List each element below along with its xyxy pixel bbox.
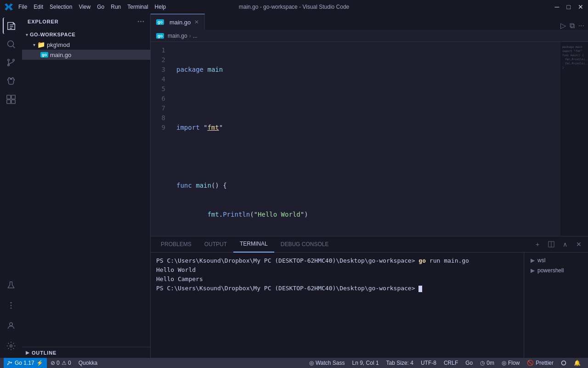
window-title: main.go - go-workspace - Visual Studio C… [239, 4, 350, 10]
test-flask-icon[interactable] [3, 277, 19, 293]
status-watch-sass[interactable]: ◎ Watch Sass [305, 358, 349, 368]
status-encoding[interactable]: UTF-8 [417, 358, 440, 368]
flow-icon: ◎ [502, 360, 506, 366]
more-actions-button[interactable]: ··· [578, 22, 584, 30]
chevron-right-icon: ▶ [26, 350, 30, 355]
explorer-label: Explorer [28, 19, 59, 24]
breadcrumb-more[interactable]: ... [193, 33, 198, 39]
sync-icon [561, 360, 566, 366]
status-flow[interactable]: ◎ Flow [498, 358, 523, 368]
settings-icon[interactable] [3, 338, 19, 354]
terminal-session-powershell[interactable]: ▶ powershell [527, 265, 585, 276]
outline-section[interactable]: ▶ OUTLINE [22, 347, 150, 358]
terminal-session-wsl[interactable]: ▶ wsl [527, 255, 585, 265]
menu-selection[interactable]: Selection [50, 4, 72, 10]
tab-terminal[interactable]: TERMINAL [233, 236, 274, 253]
terminal-output[interactable]: PS C:\Users\Ksound\Dropbox\My PC (DESKTO… [151, 253, 524, 358]
breadcrumb-file[interactable]: main.go [168, 33, 187, 39]
branch-icon [7, 360, 13, 366]
encoding-label: UTF-8 [421, 360, 436, 366]
status-bell[interactable]: 🔔 [570, 358, 584, 368]
clock-label: 0m [486, 360, 494, 366]
main-layout: Explorer ··· ▾ GO-WORKSPACE ▾ 📁 pkg\mod … [0, 14, 588, 358]
status-quokka[interactable]: Quokka [75, 358, 101, 368]
terminal-body: PS C:\Users\Ksound\Dropbox\My PC (DESKTO… [151, 253, 588, 358]
sidebar-more-button[interactable]: ··· [137, 17, 145, 26]
extensions-icon[interactable] [3, 91, 19, 108]
more-icon[interactable] [3, 297, 19, 314]
workspace-root[interactable]: ▾ GO-WORKSPACE [22, 29, 150, 40]
svg-point-6 [11, 79, 11, 80]
status-sync[interactable] [557, 358, 570, 368]
svg-point-2 [8, 59, 10, 61]
status-language[interactable]: Go [462, 358, 476, 368]
lightning-icon: ⚡ [36, 360, 43, 366]
workspace-name: GO-WORKSPACE [30, 32, 75, 37]
file-main-go[interactable]: go main.go [22, 50, 150, 60]
svg-point-14 [10, 322, 13, 326]
status-clock[interactable]: ◷ 0m [476, 358, 498, 368]
new-terminal-button[interactable]: + [532, 239, 543, 250]
status-errors[interactable]: ⊘ 0 ⚠ 0 [47, 358, 75, 368]
maximize-button[interactable]: □ [567, 3, 571, 11]
panel-close-button[interactable]: ✕ [573, 239, 584, 250]
tab-output[interactable]: OUTPUT [198, 236, 233, 253]
menu-run[interactable]: Run [111, 4, 121, 10]
session-label: wsl [537, 257, 545, 264]
titlebar-left: File Edit Selection View Go Run Terminal… [5, 3, 166, 11]
ln-col-label: Ln 9, Col 1 [352, 360, 379, 366]
terminal-sessions: ▶ wsl ▶ powershell [524, 253, 588, 358]
file-label: main.go [50, 52, 71, 58]
menu-help[interactable]: Help [155, 4, 166, 10]
terminal-tab-bar: PROBLEMS OUTPUT TERMINAL DEBUG CONSOLE +… [151, 236, 588, 253]
menu-file[interactable]: File [18, 4, 27, 10]
tab-close-button[interactable]: ✕ [194, 19, 199, 25]
language-label: Go [465, 360, 473, 366]
close-button[interactable]: ✕ [578, 3, 583, 11]
menu-go[interactable]: Go [97, 4, 104, 10]
menu-terminal[interactable]: Terminal [127, 4, 148, 10]
tab-size-label: Tab Size: 4 [386, 360, 413, 366]
svg-point-0 [8, 41, 14, 47]
line-ending-label: CRLF [444, 360, 458, 366]
folder-pkg-mod[interactable]: ▾ 📁 pkg\mod [22, 40, 150, 50]
titlebar-menu: File Edit Selection View Go Run Terminal… [18, 4, 166, 10]
files-icon[interactable] [3, 17, 19, 34]
source-control-icon[interactable] [3, 54, 19, 71]
prettier-icon: 🚫 [527, 360, 534, 366]
svg-point-4 [13, 59, 15, 61]
status-git-branch[interactable]: Go 1.17 ⚡ [4, 358, 47, 368]
svg-point-15 [10, 345, 12, 347]
terminal-area: PROBLEMS OUTPUT TERMINAL DEBUG CONSOLE +… [151, 236, 588, 358]
tab-problems[interactable]: PROBLEMS [154, 236, 198, 253]
tab-main-go[interactable]: go main.go ✕ [151, 14, 205, 30]
prettier-label: Prettier [536, 360, 554, 366]
go-version-label: Go 1.17 [15, 360, 34, 366]
status-bar: Go 1.17 ⚡ ⊘ 0 ⚠ 0 Quokka ◎ Watch Sass Ln… [0, 358, 588, 368]
vscode-logo-icon [5, 3, 13, 11]
status-line-ending[interactable]: CRLF [440, 358, 462, 368]
menu-edit[interactable]: Edit [34, 4, 43, 10]
status-tab-size[interactable]: Tab Size: 4 [383, 358, 417, 368]
titlebar: File Edit Selection View Go Run Terminal… [0, 0, 588, 14]
panel-maximize-button[interactable]: ∧ [560, 239, 571, 250]
svg-rect-9 [7, 100, 11, 104]
status-left: Go 1.17 ⚡ ⊘ 0 ⚠ 0 Quokka [4, 358, 101, 368]
split-editor-button[interactable]: ⧉ [570, 22, 575, 30]
clock-icon: ◷ [480, 360, 485, 366]
run-button[interactable]: ▷ [560, 21, 566, 30]
status-ln-col[interactable]: Ln 9, Col 1 [349, 358, 383, 368]
search-icon[interactable] [3, 36, 19, 52]
terminal-split-button[interactable] [546, 239, 557, 250]
session-label: powershell [537, 267, 564, 274]
account-icon[interactable] [3, 317, 19, 334]
editor-content[interactable]: 1 2 3 4 5 6 7 8 9 package main import "f… [151, 42, 588, 236]
debug-run-icon[interactable] [3, 73, 19, 89]
minimize-button[interactable]: ─ [555, 3, 560, 11]
menu-view[interactable]: View [79, 4, 90, 10]
tab-go-badge: go [156, 19, 164, 25]
status-prettier[interactable]: 🚫 Prettier [523, 358, 557, 368]
tab-debug-console[interactable]: DEBUG CONSOLE [274, 236, 335, 253]
code-editor[interactable]: package main import "fmt" func main() { … [169, 42, 560, 236]
terminal-session-icon: ▶ [531, 267, 535, 274]
